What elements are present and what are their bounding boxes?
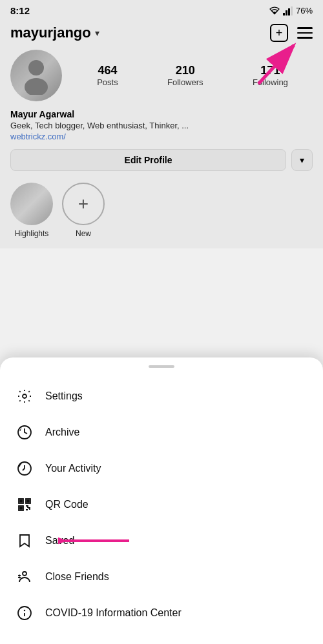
- wifi-icon: [269, 6, 280, 15]
- saved-arrow-annotation: [58, 531, 136, 550]
- bio-text: Geek, Tech blogger, Web enthusiast, Thin…: [10, 121, 313, 130]
- signal-icon: [283, 6, 293, 15]
- svg-rect-0: [283, 13, 285, 15]
- posts-label: Posts: [97, 77, 118, 87]
- close-friends-icon: [16, 568, 34, 586]
- covid-label: COVID-19 Information Center: [45, 607, 182, 619]
- followers-stat[interactable]: 210 Followers: [167, 64, 203, 87]
- highlights-label: Highlights: [15, 229, 49, 238]
- svg-point-19: [23, 572, 26, 576]
- close-friends-label: Close Friends: [45, 571, 109, 583]
- followers-label: Followers: [167, 77, 203, 87]
- username-row: mayurjango ▾: [10, 25, 99, 41]
- header-icons: +: [270, 24, 313, 42]
- edit-profile-row: Edit Profile ▾: [10, 149, 313, 171]
- qr-label: QR Code: [45, 499, 89, 510]
- following-stat[interactable]: 171 Following: [253, 64, 288, 87]
- svg-rect-15: [27, 500, 29, 502]
- archive-label: Archive: [45, 427, 79, 438]
- edit-profile-button[interactable]: Edit Profile: [10, 149, 286, 171]
- menu-item-archive[interactable]: Archive: [0, 414, 323, 450]
- following-label: Following: [253, 77, 288, 87]
- sheet-handle: [149, 365, 174, 368]
- posts-count: 464: [98, 64, 117, 77]
- svg-point-22: [19, 576, 20, 576]
- menu-item-close-friends[interactable]: Close Friends: [0, 559, 323, 595]
- status-icons: 76%: [269, 6, 313, 15]
- qr-icon: [16, 496, 34, 514]
- add-highlight-icon: +: [78, 194, 89, 214]
- svg-rect-14: [20, 500, 22, 502]
- bio-link[interactable]: webtrickz.com/: [10, 132, 313, 141]
- username-chevron-icon[interactable]: ▾: [95, 28, 99, 38]
- menu-item-activity[interactable]: Your Activity: [0, 450, 323, 487]
- followers-count: 210: [176, 64, 195, 77]
- archive-icon: [16, 423, 34, 441]
- highlights-circle: [10, 183, 53, 225]
- dropdown-chevron-icon: ▾: [300, 155, 304, 165]
- svg-point-23: [19, 578, 20, 578]
- svg-rect-1: [286, 10, 287, 15]
- bio-name: Mayur Agarwal: [10, 109, 313, 119]
- bio-section: Mayur Agarwal Geek, Tech blogger, Web en…: [10, 109, 313, 141]
- bookmark-icon: [16, 532, 34, 550]
- username: mayurjango: [10, 25, 91, 41]
- add-square-icon: +: [270, 24, 288, 42]
- stats: 464 Posts 210 Followers 171 Following: [72, 64, 313, 87]
- hamburger-icon: [297, 27, 313, 39]
- svg-point-5: [25, 78, 48, 95]
- following-count: 171: [260, 64, 280, 77]
- new-highlight-label: New: [76, 229, 91, 238]
- highlights-row: Highlights + New: [10, 180, 313, 241]
- new-highlight-item[interactable]: + New: [62, 183, 105, 238]
- settings-label: Settings: [45, 390, 83, 402]
- stats-row: 464 Posts 210 Followers 171 Following: [10, 50, 313, 101]
- add-highlight-circle: +: [62, 183, 105, 225]
- status-bar: 8:12 76%: [0, 0, 323, 19]
- avatar[interactable]: [10, 50, 62, 101]
- menu-item-saved[interactable]: Saved: [0, 523, 323, 559]
- profile-section: mayurjango ▾ +: [0, 19, 323, 248]
- battery-level: 76%: [296, 6, 313, 15]
- posts-stat[interactable]: 464 Posts: [97, 64, 118, 87]
- activity-icon: [16, 459, 34, 478]
- add-content-button[interactable]: +: [270, 24, 288, 42]
- status-time: 8:12: [10, 5, 30, 16]
- menu-item-qr[interactable]: QR Code: [0, 487, 323, 523]
- menu-item-settings[interactable]: Settings: [0, 378, 323, 414]
- gear-icon: [16, 387, 34, 405]
- svg-point-4: [28, 60, 44, 75]
- bottom-sheet: Settings Archive Your Activity: [0, 357, 323, 644]
- svg-rect-3: [291, 6, 293, 15]
- svg-rect-16: [20, 507, 22, 509]
- menu-button[interactable]: [297, 27, 313, 39]
- avatar-image: [10, 50, 62, 101]
- profile-dropdown-button[interactable]: ▾: [291, 149, 313, 171]
- header: mayurjango ▾ +: [10, 19, 313, 50]
- info-circle-icon: [16, 604, 34, 622]
- svg-point-8: [23, 394, 26, 398]
- highlights-item[interactable]: Highlights: [10, 183, 53, 238]
- menu-item-covid[interactable]: COVID-19 Information Center: [0, 595, 323, 631]
- svg-rect-2: [288, 8, 290, 15]
- activity-label: Your Activity: [45, 463, 101, 474]
